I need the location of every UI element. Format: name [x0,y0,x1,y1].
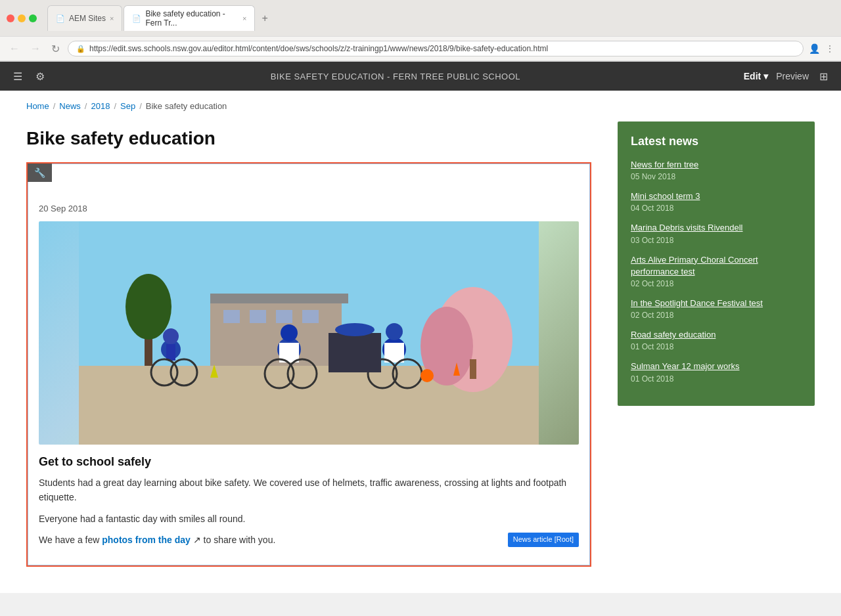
main-content: Bike safety education 🔧 20 Sep 2018 [0,121,841,593]
browser-tab-bike-safety[interactable]: 📄 Bike safety education - Fern Tr... × [124,5,255,31]
component-toolbar[interactable]: 🔧 [28,164,52,182]
news-item-3: Marina Debris visits Rivendell 03 Oct 20… [631,222,802,244]
breadcrumb-sep-3: / [114,101,116,111]
tab-label: Bike safety education - Fern Tr... [145,9,239,28]
tab-close-button[interactable]: × [242,14,246,22]
news-link-1[interactable]: News for fern tree [631,159,802,171]
aem-toolbar-left: ☰ ⚙ [11,68,47,85]
news-date-3: 03 Oct 2018 [631,236,802,245]
edit-label: Edit [744,71,761,81]
aem-page-title: BIKE SAFETY EDUCATION - FERN TREE PUBLIC… [47,72,744,81]
news-article-badge: News article [Root] [508,533,579,547]
breadcrumb-sep-1: / [53,101,56,111]
latest-news-title: Latest news [631,135,802,148]
back-button[interactable]: ← [7,41,22,56]
svg-rect-9 [276,310,292,323]
news-item-7: Sulman Year 12 major works 01 Oct 2018 [631,361,802,383]
breadcrumb: Home / News / 2018 / Sep / Bike safety e… [0,91,841,121]
article-date: 20 Sep 2018 [39,175,579,213]
breadcrumb-home[interactable]: Home [26,101,49,111]
browser-titlebar: 📄 AEM Sites × 📄 Bike safety education - … [0,0,841,36]
news-date-1: 05 Nov 2018 [631,172,802,181]
browser-menu-button[interactable]: ⋮ [825,43,834,54]
news-date-7: 01 Oct 2018 [631,374,802,384]
svg-point-30 [420,369,434,382]
edit-chevron: ▾ [763,71,768,81]
svg-rect-15 [166,344,175,361]
svg-rect-10 [302,310,319,323]
close-window-button[interactable] [7,14,14,22]
ssl-icon: 🔒 [76,45,85,53]
article-image [39,221,579,445]
article-body-1: Students had a great day learning about … [39,475,579,505]
svg-rect-4 [470,359,476,379]
body3-prefix: We have a few [39,535,102,545]
svg-point-19 [281,324,298,341]
aem-sidebar-toggle[interactable]: ☰ [11,68,25,85]
breadcrumb-sep[interactable]: Sep [120,101,135,111]
tab-close-button[interactable]: × [110,14,114,22]
window-controls [7,14,37,22]
svg-point-32 [335,323,375,336]
breadcrumb-news[interactable]: News [59,101,81,111]
browser-chrome: 📄 AEM Sites × 📄 Bike safety education - … [0,0,841,62]
news-item-6: Road safety education 01 Oct 2018 [631,329,802,351]
svg-rect-7 [223,310,240,323]
article-area: Bike safety education 🔧 20 Sep 2018 [26,121,591,567]
news-link-6[interactable]: Road safety education [631,329,802,341]
article-body-2: Everyone had a fantastic day with smiles… [39,512,579,526]
aem-edit-button[interactable]: Edit ▾ [744,71,768,81]
article-image-svg [39,221,579,445]
article-body-3: We have a few photos from the day ↗ to s… [39,533,579,547]
svg-rect-8 [250,310,266,323]
tab-favicon: 📄 [56,14,65,23]
photos-link[interactable]: photos from the day [102,535,191,545]
refresh-button[interactable]: ↻ [49,41,62,56]
user-account-button[interactable]: 👤 [809,43,820,54]
external-link-icon: ↗ [193,535,201,545]
breadcrumb-2018[interactable]: 2018 [91,101,110,111]
breadcrumb-current: Bike safety education [146,101,227,111]
news-link-2[interactable]: Mini school term 3 [631,190,802,202]
article-component: 🔧 20 Sep 2018 [26,162,591,567]
news-link-4[interactable]: Arts Alive Primary Choral Concert perfor… [631,254,802,278]
address-bar[interactable]: 🔒 https://edit.sws.schools.nsw.gov.au/ed… [68,41,804,56]
svg-rect-6 [210,294,348,303]
browser-tabs: 📄 AEM Sites × 📄 Bike safety education - … [47,5,834,31]
news-item-1: News for fern tree 05 Nov 2018 [631,159,802,181]
news-link-7[interactable]: Sulman Year 12 major works [631,361,802,372]
sidebar: Latest news News for fern tree 05 Nov 20… [618,121,815,567]
svg-rect-31 [329,333,381,372]
aem-share-button[interactable]: ⊞ [817,68,830,85]
news-date-6: 01 Oct 2018 [631,342,802,351]
news-date-5: 02 Oct 2018 [631,311,802,320]
forward-button[interactable]: → [28,41,43,56]
aem-toolbar: ☰ ⚙ BIKE SAFETY EDUCATION - FERN TREE PU… [0,62,841,91]
tab-label: AEM Sites [69,14,106,23]
news-link-5[interactable]: In the Spotlight Dance Festival test [631,297,802,309]
page-wrapper: Home / News / 2018 / Sep / Bike safety e… [0,91,841,593]
breadcrumb-sep-2: / [85,101,87,111]
maximize-window-button[interactable] [29,14,37,22]
svg-point-14 [163,328,179,344]
svg-point-24 [386,323,403,340]
photos-link-text: photos from the day [102,535,191,545]
news-date-4: 02 Oct 2018 [631,279,802,288]
minimize-window-button[interactable] [18,14,26,22]
latest-news-box: Latest news News for fern tree 05 Nov 20… [618,121,815,406]
browser-tab-aem-sites[interactable]: 📄 AEM Sites × [47,5,122,31]
article-subtitle: Get to school safely [39,455,579,469]
svg-point-12 [125,274,171,340]
tab-favicon: 📄 [132,14,141,23]
news-date-2: 04 Oct 2018 [631,204,802,213]
wrench-icon: 🔧 [34,167,45,178]
article-inner: 20 Sep 2018 [28,164,590,565]
new-tab-button[interactable]: + [256,5,273,31]
aem-preview-button[interactable]: Preview [776,71,809,81]
aem-settings-button[interactable]: ⚙ [33,68,47,85]
news-item-2: Mini school term 3 04 Oct 2018 [631,190,802,213]
news-item-5: In the Spotlight Dance Festival test 02 … [631,297,802,320]
body3-suffix: to share with you. [201,535,276,545]
news-link-3[interactable]: Marina Debris visits Rivendell [631,222,802,234]
news-item-4: Arts Alive Primary Choral Concert perfor… [631,254,802,288]
